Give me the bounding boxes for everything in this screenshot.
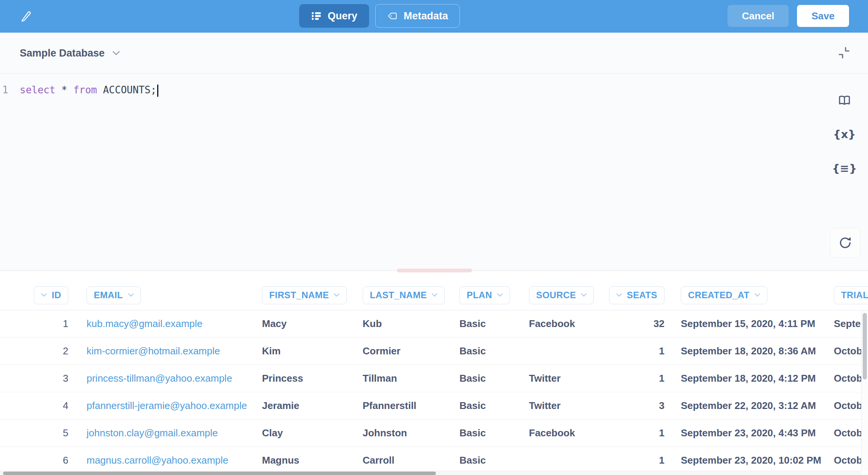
- cell-seats: 32: [602, 318, 666, 330]
- collapse-editor-button[interactable]: [837, 46, 852, 61]
- horizontal-scrollbar[interactable]: [0, 471, 861, 475]
- table-row: 3 princess-tillman@yahoo.example Princes…: [0, 365, 868, 392]
- column-header-email[interactable]: EMAIL: [74, 286, 254, 304]
- table-header-row: ID EMAIL FIRST_NAME LAST_NAME: [0, 271, 868, 310]
- tab-metadata[interactable]: Metadata: [375, 4, 460, 28]
- column-header-last-name[interactable]: LAST_NAME: [355, 286, 452, 304]
- column-header-source[interactable]: SOURCE: [524, 286, 602, 304]
- resize-drag-handle[interactable]: [397, 269, 472, 272]
- cell-plan: Basic: [452, 400, 524, 412]
- list-icon: [311, 11, 322, 21]
- cell-seats: 1: [602, 345, 666, 357]
- column-header-first-name[interactable]: FIRST_NAME: [254, 286, 355, 304]
- cell-email-link[interactable]: magnus.carroll@yahoo.example: [87, 455, 228, 466]
- cell-email-link[interactable]: pfannerstill-jeramie@yahoo.example: [87, 400, 247, 411]
- chevron-down-icon: [334, 293, 339, 297]
- cell-source: Twitter: [524, 400, 602, 412]
- collapse-icon: [837, 46, 851, 60]
- tab-query[interactable]: Query: [299, 4, 369, 28]
- cell-first-name: Jeramie: [254, 400, 355, 412]
- cell-created-at: September 22, 2020, 3:12 AM: [666, 400, 830, 412]
- sql-keyword: select: [20, 84, 55, 96]
- cell-last-name: Cormier: [355, 345, 452, 357]
- chevron-down-icon: [128, 293, 134, 297]
- line-number: 1: [2, 84, 8, 96]
- topbar: Query Metadata Cancel Save: [0, 0, 868, 33]
- refresh-icon: [838, 235, 853, 250]
- vertical-scrollbar[interactable]: [861, 311, 868, 471]
- vertical-scrollbar-thumb[interactable]: [863, 313, 867, 379]
- cell-seats: 1: [602, 427, 666, 439]
- chevron-down-icon: [754, 293, 760, 297]
- cell-source: Facebook: [524, 427, 602, 439]
- cell-first-name: Macy: [254, 318, 355, 330]
- cell-created-at: September 18, 2020, 8:36 AM: [666, 345, 830, 357]
- cell-first-name: Clay: [254, 427, 355, 439]
- cell-source: Facebook: [524, 318, 602, 330]
- tag-icon: [387, 11, 398, 21]
- sql-editor-panel: Sample Database 1 select * from ACCOUNTS…: [0, 33, 868, 271]
- variables-icon: {x}: [833, 128, 856, 141]
- chevron-down-icon: [432, 293, 437, 297]
- tab-query-label: Query: [328, 10, 357, 22]
- column-header-created-at[interactable]: CREATED_AT: [666, 286, 830, 304]
- cell-seats: 1: [602, 455, 666, 466]
- cell-email-link[interactable]: johnston.clay@gmail.example: [87, 427, 218, 439]
- cell-first-name: Princess: [254, 373, 355, 384]
- cell-plan: Basic: [452, 427, 524, 439]
- cell-email-link[interactable]: kim-cormier@hotmail.example: [87, 345, 220, 357]
- cell-plan: Basic: [452, 455, 524, 466]
- cell-id: 2: [0, 345, 74, 357]
- table-row: 4 pfannerstill-jeramie@yahoo.example Jer…: [0, 392, 868, 420]
- table-row: 1 kub.macy@gmail.example Macy Kub Basic …: [0, 310, 868, 338]
- cell-id: 3: [0, 373, 74, 384]
- run-query-button[interactable]: [830, 228, 860, 258]
- edit-title-button[interactable]: [18, 7, 35, 26]
- chevron-down-icon: [616, 293, 622, 297]
- cell-first-name: Kim: [254, 345, 355, 357]
- chevron-down-icon: [581, 293, 587, 297]
- sql-text: ACCOUNTS;: [97, 84, 157, 96]
- editor-tabs: Query Metadata: [299, 4, 460, 28]
- topbar-actions: Cancel Save: [728, 5, 849, 27]
- cell-created-at: September 15, 2020, 4:11 PM: [666, 318, 830, 330]
- column-header-trial[interactable]: TRIAL_EN: [830, 286, 868, 304]
- results-table-panel: ID EMAIL FIRST_NAME LAST_NAME: [0, 271, 868, 475]
- pencil-icon: [20, 9, 33, 24]
- table-row: 6 magnus.carroll@yahoo.example Magnus Ca…: [0, 447, 868, 474]
- database-selector[interactable]: Sample Database: [20, 33, 120, 74]
- sql-text: *: [55, 84, 73, 96]
- chevron-down-icon: [41, 293, 47, 297]
- horizontal-scrollbar-thumb[interactable]: [3, 472, 436, 475]
- cell-id: 6: [0, 455, 74, 466]
- cell-source: Twitter: [524, 373, 602, 384]
- cell-email-link[interactable]: kub.macy@gmail.example: [87, 318, 202, 329]
- cell-plan: Basic: [452, 318, 524, 330]
- cancel-button[interactable]: Cancel: [728, 5, 789, 27]
- cell-last-name: Tillman: [355, 373, 452, 384]
- sql-code-area[interactable]: 1 select * from ACCOUNTS;: [0, 74, 868, 271]
- sql-keyword: from: [73, 84, 97, 96]
- data-reference-button[interactable]: [836, 93, 853, 109]
- column-header-seats[interactable]: SEATS: [602, 286, 666, 304]
- variables-button[interactable]: {x}: [836, 126, 853, 143]
- cell-last-name: Johnston: [355, 427, 452, 439]
- cell-last-name: Carroll: [355, 455, 452, 466]
- table-row: 2 kim-cormier@hotmail.example Kim Cormie…: [0, 338, 868, 365]
- cell-seats: 1: [602, 373, 666, 384]
- cell-created-at: September 23, 2020, 10:02 PM: [666, 455, 830, 466]
- cell-id: 4: [0, 400, 74, 412]
- cell-last-name: Kub: [355, 318, 452, 330]
- cell-id: 1: [0, 318, 74, 330]
- cell-email-link[interactable]: princess-tillman@yahoo.example: [87, 373, 232, 384]
- text-cursor: [157, 85, 158, 97]
- tab-metadata-label: Metadata: [404, 10, 448, 22]
- column-header-id[interactable]: ID: [0, 286, 74, 304]
- database-name: Sample Database: [20, 47, 105, 59]
- sql-code-line: select * from ACCOUNTS;: [20, 84, 158, 97]
- snippet-icon: {≡}: [832, 162, 857, 175]
- save-button[interactable]: Save: [797, 5, 849, 27]
- chevron-down-icon: [497, 293, 503, 297]
- snippets-button[interactable]: {≡}: [836, 160, 853, 177]
- column-header-plan[interactable]: PLAN: [452, 286, 524, 304]
